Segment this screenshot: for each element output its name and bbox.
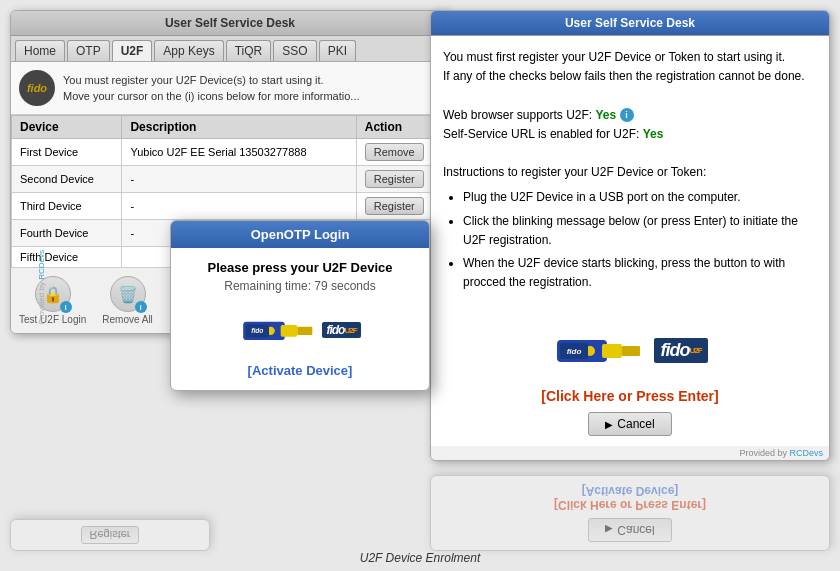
instruction-1: Plug the U2F Device in a USB port on the…	[463, 188, 817, 207]
modal-timer: Remaining time: 79 seconds	[183, 279, 417, 293]
window-right: User Self Service Desk You must first re…	[430, 10, 830, 461]
svg-rect-1	[602, 344, 622, 358]
fido-badge-icon: fido	[19, 70, 55, 106]
cancel-button-right[interactable]: ▶ Cancel	[588, 412, 671, 436]
tab-appkeys[interactable]: App Keys	[154, 40, 223, 61]
register-button-2[interactable]: Register	[365, 170, 424, 188]
remove-all-label: Remove All	[102, 314, 153, 325]
usb-key-icon-right: fido	[552, 320, 642, 380]
flipped-click-label: [Click Here or Press Enter]	[439, 498, 821, 512]
rcdevs-link[interactable]: RCDevs	[789, 448, 823, 458]
instruction-2: Click the blinking message below (or pre…	[463, 212, 817, 250]
register-button-3[interactable]: Register	[365, 197, 424, 215]
right-content: You must first register your U2F Device …	[431, 36, 829, 310]
modal-body: Please press your U2F Device Remaining t…	[171, 248, 429, 390]
modal-heading: Please press your U2F Device	[183, 260, 417, 275]
page-caption: U2F Device Enrolment	[360, 551, 481, 565]
svg-rect-3	[622, 346, 640, 356]
tab-pki[interactable]: PKI	[319, 40, 356, 61]
col-description: Description	[122, 116, 356, 139]
device-desc: Yubico U2F EE Serial 13503277888	[122, 139, 356, 166]
modal-title: OpenOTP Login	[171, 221, 429, 248]
info-banner: fido You must register your U2F Device(s…	[11, 62, 449, 115]
flipped-activate-label: [Activate Device]	[439, 484, 821, 498]
device-name: First Device	[12, 139, 122, 166]
right-info-1: You must first register your U2F Device …	[443, 48, 817, 67]
instructions-title: Instructions to register your U2F Device…	[443, 163, 817, 182]
provider-left: Provided by RCDevs	[37, 250, 46, 324]
check-url: Self-Service URL is enabled for U2F: Yes	[443, 125, 817, 144]
device-name: Fifth Device	[12, 247, 122, 268]
flipped-window-right: ▶ Cancel [Click Here or Press Enter] [Ac…	[430, 475, 830, 551]
table-row: Second Device - Register	[12, 166, 449, 193]
info-line-1: You must register your U2F Device(s) to …	[63, 72, 360, 89]
tab-u2f[interactable]: U2F	[112, 40, 153, 61]
fido-key-display: fido fidoU2F	[552, 320, 707, 380]
instruction-3: When the U2F device starts blicking, pre…	[463, 254, 817, 292]
device-name: Third Device	[12, 193, 122, 220]
svg-rect-9	[298, 327, 313, 335]
tab-tiqr[interactable]: TiQR	[226, 40, 272, 61]
tab-home[interactable]: Home	[15, 40, 65, 61]
modal-fido-logo: fidoU2F	[322, 322, 360, 338]
device-desc: -	[122, 166, 356, 193]
remove-button[interactable]: Remove	[365, 143, 424, 161]
tab-sso[interactable]: SSO	[273, 40, 316, 61]
svg-text:fido: fido	[252, 327, 264, 334]
fido-image-area: fido fidoU2F [Click Here or Press Enter]…	[431, 310, 829, 446]
fido-logo-right: fidoU2F	[654, 338, 707, 363]
device-name: Fourth Device	[12, 220, 122, 247]
info-badge-icon: i	[60, 301, 72, 313]
provider-right: Provided by RCDevs	[431, 446, 829, 460]
flipped-window-left: Register	[10, 519, 210, 551]
info-banner-text: You must register your U2F Device(s) to …	[63, 72, 360, 105]
flipped-cancel-btn: ▶ Cancel	[588, 518, 671, 542]
svg-rect-7	[281, 325, 298, 337]
device-name: Second Device	[12, 166, 122, 193]
instructions-list: Plug the U2F Device in a USB port on the…	[463, 188, 817, 292]
nav-tabs: Home OTP U2F App Keys TiQR SSO PKI	[11, 36, 449, 62]
check-browser: Web browser supports U2F: Yes i	[443, 106, 817, 125]
right-info-2: If any of the checks below fails then th…	[443, 67, 817, 86]
test-u2f-label: Test U2F Login	[19, 314, 86, 325]
remove-all-icon: 🗑️ i	[110, 276, 146, 312]
svg-text:fido: fido	[567, 347, 582, 356]
info-badge-remove-icon: i	[135, 301, 147, 313]
flipped-register-btn: Register	[81, 526, 140, 544]
modal-fido-display: fido fidoU2F	[183, 305, 417, 355]
check-browser-info-icon[interactable]: i	[620, 108, 634, 122]
tab-otp[interactable]: OTP	[67, 40, 110, 61]
device-desc: -	[122, 193, 356, 220]
usb-key-icon-modal: fido	[239, 305, 314, 355]
right-window-title: User Self Service Desk	[431, 11, 829, 36]
click-here-link[interactable]: [Click Here or Press Enter]	[541, 388, 718, 404]
table-row: First Device Yubico U2F EE Serial 135032…	[12, 139, 449, 166]
test-u2f-login-btn[interactable]: 🔒 i Test U2F Login	[19, 276, 86, 325]
remove-all-btn[interactable]: 🗑️ i Remove All	[102, 276, 153, 325]
info-line-2: Move your cursor on the (i) icons below …	[63, 88, 360, 105]
col-device: Device	[12, 116, 122, 139]
table-row: Third Device - Register	[12, 193, 449, 220]
left-window-title: User Self Service Desk	[11, 11, 449, 36]
openotp-modal: OpenOTP Login Please press your U2F Devi…	[170, 220, 430, 391]
activate-device-link[interactable]: [Activate Device]	[183, 363, 417, 378]
